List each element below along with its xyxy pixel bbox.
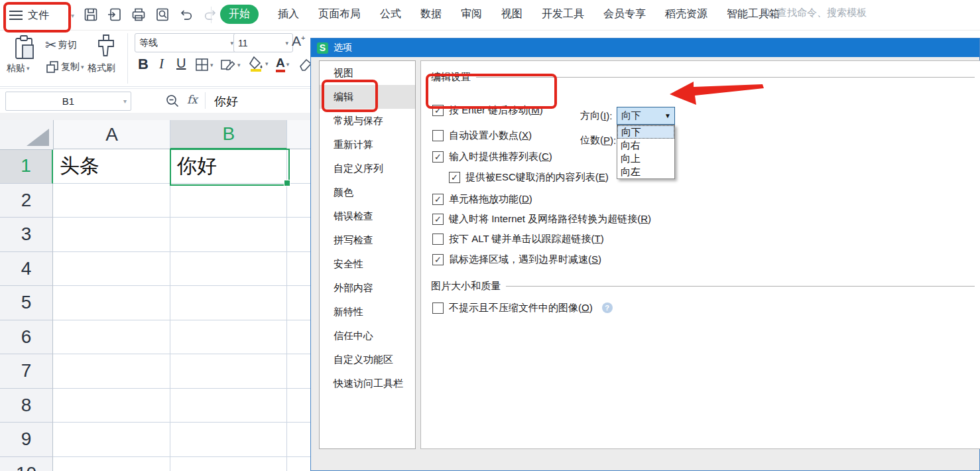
cell-C8[interactable] bbox=[287, 389, 310, 423]
cell-A9[interactable] bbox=[53, 423, 170, 457]
row-header-2[interactable]: 2 bbox=[0, 184, 53, 218]
name-box[interactable]: B1 ▾ bbox=[5, 92, 131, 111]
checkbox-row-5[interactable]: ✓单元格拖放功能(D) bbox=[432, 191, 532, 207]
search-box[interactable]: 查找命令、搜索模板 bbox=[761, 7, 867, 19]
column-header-partial[interactable] bbox=[287, 120, 310, 149]
dropdown-option-向上[interactable]: 向上 bbox=[617, 152, 674, 165]
cell-C10[interactable] bbox=[287, 457, 310, 471]
row-header-6[interactable]: 6 bbox=[0, 320, 53, 355]
tab-数据[interactable]: 数据 bbox=[420, 7, 442, 21]
file-menu-button[interactable]: 文件 bbox=[9, 5, 49, 25]
cell-A2[interactable] bbox=[53, 184, 170, 218]
cell-A7[interactable] bbox=[53, 354, 170, 389]
cell-A10[interactable] bbox=[53, 457, 170, 471]
format-painter-label[interactable]: 格式刷 bbox=[88, 62, 115, 74]
cell-B1[interactable]: 你好 bbox=[170, 149, 287, 184]
cell-B9[interactable] bbox=[170, 423, 287, 457]
format-painter-button[interactable] bbox=[94, 34, 118, 60]
export-button[interactable] bbox=[106, 5, 123, 24]
sidebar-item-信任中心[interactable]: 信任中心 bbox=[320, 324, 415, 348]
dialog-title-bar[interactable]: S 选项 bbox=[311, 38, 979, 57]
bold-button[interactable]: B bbox=[138, 56, 149, 73]
font-name-select[interactable]: 等线 ▾ bbox=[135, 33, 238, 52]
tab-视图[interactable]: 视图 bbox=[501, 7, 522, 21]
select-all-corner[interactable] bbox=[0, 120, 54, 150]
row-header-8[interactable]: 8 bbox=[0, 389, 53, 423]
tab-插入[interactable]: 插入 bbox=[278, 7, 299, 21]
borders-button[interactable]: ▾ bbox=[195, 58, 214, 72]
print-button[interactable] bbox=[130, 5, 147, 24]
cell-C6[interactable] bbox=[287, 320, 310, 355]
tab-会员专享[interactable]: 会员专享 bbox=[603, 7, 646, 21]
file-chevron-icon[interactable]: ▾ bbox=[71, 12, 74, 19]
cell-B6[interactable] bbox=[170, 320, 287, 355]
tab-稻壳资源[interactable]: 稻壳资源 bbox=[665, 7, 707, 21]
row-header-1[interactable]: 1 bbox=[0, 149, 53, 184]
cell-B3[interactable] bbox=[170, 218, 287, 252]
sidebar-item-拼写检查[interactable]: 拼写检查 bbox=[320, 228, 415, 252]
sidebar-item-安全性[interactable]: 安全性 bbox=[320, 252, 415, 276]
sidebar-item-自定义序列[interactable]: 自定义序列 bbox=[320, 157, 415, 180]
cell-C1[interactable] bbox=[287, 149, 310, 184]
zoom-out-icon[interactable] bbox=[166, 94, 180, 108]
paste-button[interactable] bbox=[13, 34, 37, 61]
sidebar-item-快速访问工具栏[interactable]: 快速访问工具栏 bbox=[320, 371, 415, 395]
cell-B8[interactable] bbox=[170, 389, 287, 423]
dropdown-option-向左[interactable]: 向左 bbox=[617, 165, 674, 178]
cell-C4[interactable] bbox=[287, 252, 310, 287]
cell-A8[interactable] bbox=[53, 389, 170, 423]
fill-handle[interactable] bbox=[284, 180, 290, 186]
insert-function-button[interactable]: fx bbox=[187, 93, 198, 106]
checkbox-unchecked[interactable] bbox=[432, 234, 444, 245]
checkbox-checked[interactable]: ✓ bbox=[432, 254, 444, 265]
checkbox-row-6[interactable]: ✓键入时将 Internet 及网络路径转换为超链接(R) bbox=[432, 211, 651, 227]
cell-C3[interactable] bbox=[287, 218, 310, 252]
cell-A5[interactable] bbox=[53, 286, 170, 320]
tab-公式[interactable]: 公式 bbox=[380, 7, 401, 21]
checkbox-unchecked[interactable] bbox=[432, 130, 444, 141]
sidebar-item-错误检查[interactable]: 错误检查 bbox=[320, 204, 415, 228]
formula-input[interactable]: 你好 bbox=[214, 94, 238, 109]
paste-label[interactable]: 粘贴 ▾ bbox=[7, 62, 30, 74]
cell-C9[interactable] bbox=[287, 423, 310, 457]
checkbox-row-3[interactable]: ✓输入时提供推荐列表(C) bbox=[432, 149, 552, 165]
dropdown-option-向下[interactable]: 向下 bbox=[617, 125, 674, 139]
checkbox-checked[interactable]: ✓ bbox=[432, 105, 444, 116]
picture-checkbox-row[interactable]: 不提示且不压缩文件中的图像(O)? bbox=[432, 300, 613, 316]
grow-font-button[interactable]: A+ bbox=[292, 33, 305, 49]
tab-开发工具[interactable]: 开发工具 bbox=[542, 7, 584, 21]
checkbox-row-4[interactable]: ✓提供被ESC键取消的内容列表(E) bbox=[449, 169, 609, 185]
cell-C5[interactable] bbox=[287, 286, 310, 320]
checkbox-row-1[interactable]: ✓按 Enter 键后移动(M) bbox=[432, 102, 543, 118]
font-size-select[interactable]: 11 ▾ bbox=[233, 33, 293, 52]
font-color-button[interactable]: A ▾ bbox=[276, 56, 289, 72]
checkbox-row-7[interactable]: 按下 ALT 键并单击以跟踪超链接(T) bbox=[432, 231, 604, 247]
cell-A6[interactable] bbox=[53, 320, 170, 355]
save-button[interactable] bbox=[82, 5, 99, 24]
cell-style-button[interactable]: ▾ bbox=[220, 58, 241, 72]
sidebar-item-常规与保存[interactable]: 常规与保存 bbox=[320, 109, 415, 133]
cell-C7[interactable] bbox=[287, 354, 310, 389]
cell-B7[interactable] bbox=[170, 354, 287, 389]
row-header-4[interactable]: 4 bbox=[0, 252, 53, 287]
sidebar-item-自定义功能区[interactable]: 自定义功能区 bbox=[320, 348, 415, 371]
row-header-10[interactable]: 10 bbox=[0, 457, 53, 471]
help-icon[interactable]: ? bbox=[602, 303, 613, 313]
print-preview-button[interactable] bbox=[154, 5, 171, 24]
tab-页面布局[interactable]: 页面布局 bbox=[318, 7, 361, 21]
column-header-B[interactable]: B bbox=[170, 120, 287, 149]
cut-button[interactable]: ✂ 剪切 bbox=[45, 37, 77, 53]
cell-B4[interactable] bbox=[170, 252, 287, 287]
checkbox-row-2[interactable]: 自动设置小数点(X) bbox=[432, 127, 532, 143]
direction-select[interactable]: 向下 ▼ bbox=[617, 107, 675, 125]
checkbox-checked[interactable]: ✓ bbox=[432, 214, 444, 225]
fill-color-button[interactable]: ▾ bbox=[249, 56, 269, 72]
row-header-5[interactable]: 5 bbox=[0, 286, 53, 320]
checkbox-row-8[interactable]: ✓鼠标选择区域，遇到边界时减速(S) bbox=[432, 251, 601, 267]
redo-button[interactable] bbox=[202, 5, 219, 24]
cell-A4[interactable] bbox=[53, 252, 170, 287]
sidebar-item-颜色[interactable]: 颜色 bbox=[320, 180, 415, 204]
cell-B10[interactable] bbox=[170, 457, 287, 471]
underline-button[interactable]: U bbox=[176, 56, 186, 71]
row-header-9[interactable]: 9 bbox=[0, 423, 53, 457]
